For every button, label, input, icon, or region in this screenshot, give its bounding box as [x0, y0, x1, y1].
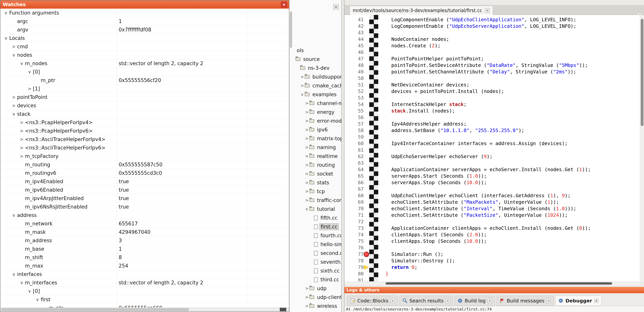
- code-text[interactable]: PointToPointHelper pointToPoint;: [386, 56, 484, 62]
- expander-closed-icon[interactable]: >: [10, 95, 17, 100]
- line-number[interactable]: 65: [344, 173, 364, 179]
- log-tab-code-blocks[interactable]: Code::Blocks×: [347, 296, 398, 306]
- code-line[interactable]: 49 pointToPoint.SetChannelAttribute ("De…: [344, 69, 640, 75]
- code-line[interactable]: 51 NetDeviceContainer devices;: [344, 82, 640, 88]
- tree-item[interactable]: >ipv6: [290, 125, 341, 134]
- watch-row[interactable]: m_shift8: [0, 253, 289, 262]
- expander-closed-icon[interactable]: >: [304, 189, 309, 194]
- code-text[interactable]: LogComponentEnable ("UdpEchoClientApplic…: [386, 16, 576, 23]
- expander-closed-icon[interactable]: >: [300, 83, 305, 88]
- close-icon[interactable]: ×: [390, 298, 395, 303]
- tree-item[interactable]: >udp: [290, 284, 341, 293]
- code-line[interactable]: 64 ApplicationContainer serverApps = ech…: [344, 166, 640, 173]
- watch-row[interactable]: m_base1: [0, 245, 289, 253]
- watch-row[interactable]: argc1: [0, 17, 289, 25]
- expander-closed-icon[interactable]: >: [18, 145, 25, 150]
- close-icon[interactable]: ×: [333, 4, 339, 9]
- code-text[interactable]: return 0;: [386, 264, 418, 271]
- code-text[interactable]: pointToPoint.SetChannelAttribute ("Delay…: [386, 69, 576, 75]
- watch-row[interactable]: ><ns3::PcapHelperForIpv6>: [0, 127, 289, 135]
- tree-item[interactable]: >energy: [290, 108, 341, 117]
- close-icon[interactable]: ×: [488, 298, 492, 303]
- code-line[interactable]: 52 devices = pointToPoint.Install (nodes…: [344, 88, 640, 95]
- line-number[interactable]: 48: [344, 62, 364, 69]
- expander-closed-icon[interactable]: >: [26, 86, 33, 91]
- code-text[interactable]: Ipv4InterfaceContainer interfaces = addr…: [386, 140, 568, 147]
- line-number[interactable]: 67: [344, 186, 364, 192]
- watch-row[interactable]: m_ipv6Enabledtrue: [0, 186, 289, 194]
- code-view[interactable]: 41 LogComponentEnable ("UdpEchoClientApp…: [344, 15, 640, 281]
- code-text[interactable]: nodes.Create (2);: [386, 42, 440, 49]
- line-number[interactable]: 77: [344, 251, 364, 258]
- code-line[interactable]: 79 return 0;: [344, 264, 640, 271]
- code-text[interactable]: NetDeviceContainer devices;: [386, 82, 470, 88]
- code-line[interactable]: 65 serverApps.Start (Seconds (1.0));: [344, 173, 640, 179]
- line-number[interactable]: 41: [344, 16, 364, 23]
- expander-open-icon[interactable]: ∨: [10, 52, 17, 57]
- expander-open-icon[interactable]: ∨: [300, 92, 305, 97]
- watch-row[interactable]: m_mask4294967040: [0, 228, 289, 236]
- expander-closed-icon[interactable]: >: [18, 137, 25, 142]
- expander-open-icon[interactable]: ∨: [18, 61, 25, 66]
- watch-row[interactable]: ∨[0]: [0, 68, 289, 76]
- editor-vscrollbar[interactable]: [640, 15, 644, 281]
- log-tab-search-results[interactable]: Search results×: [400, 296, 453, 306]
- expander-open-icon[interactable]: ∨: [18, 280, 25, 285]
- tree-vscrollbar[interactable]: [290, 11, 292, 48]
- watch-row[interactable]: m_ptr0x55555556cf20: [0, 76, 289, 85]
- code-line[interactable]: 46: [344, 49, 640, 56]
- code-text[interactable]: UdpEchoClientHelper echoClient (interfac…: [386, 192, 570, 199]
- expander-closed-icon[interactable]: >: [304, 101, 309, 106]
- watch-row[interactable]: ∨Locals: [0, 34, 289, 42]
- code-line[interactable]: 50: [344, 75, 640, 82]
- watch-row[interactable]: ><ns3::PcapHelperForIpv4>: [0, 118, 289, 127]
- code-text[interactable]: pointToPoint.SetDeviceAttribute ("DataRa…: [386, 62, 588, 69]
- code-line[interactable]: 81: [344, 277, 640, 281]
- log-tab-build-log[interactable]: Build log×: [454, 296, 495, 306]
- expander-closed-icon[interactable]: >: [18, 154, 25, 159]
- expander-closed-icon[interactable]: >: [304, 286, 309, 291]
- code-line[interactable]: 68 UdpEchoClientHelper echoClient (inter…: [344, 192, 640, 199]
- watch-row[interactable]: ∨Function arguments: [0, 9, 289, 17]
- line-number[interactable]: 69: [344, 199, 364, 205]
- line-number[interactable]: 73: [344, 225, 364, 232]
- code-line[interactable]: 41 LogComponentEnable ("UdpEchoClientApp…: [344, 16, 640, 23]
- expander-open-icon[interactable]: ∨: [34, 297, 41, 302]
- watch-row[interactable]: argv0x7fffffffdf08: [0, 25, 289, 34]
- watch-row[interactable]: m_ptr0x5555555ca660: [0, 304, 289, 308]
- line-number[interactable]: 57: [344, 121, 364, 127]
- code-line[interactable]: 48 pointToPoint.SetDeviceAttribute ("Dat…: [344, 62, 640, 69]
- code-text[interactable]: echoClient.SetAttribute ("Interval", Tim…: [386, 205, 576, 212]
- watch-row[interactable]: ∨stack: [0, 110, 289, 118]
- watch-row[interactable]: ><ns3::AsciiTraceHelperForIpv6>: [0, 144, 289, 152]
- line-number[interactable]: 64: [344, 166, 364, 173]
- line-number[interactable]: 45: [344, 42, 364, 49]
- expander-closed-icon[interactable]: >: [10, 44, 17, 49]
- scrollbar-handle[interactable]: [1, 308, 189, 311]
- watches-hscrollbar[interactable]: [0, 308, 289, 312]
- watch-row[interactable]: >[1]: [0, 85, 289, 93]
- line-number[interactable]: 58: [344, 127, 364, 134]
- code-line[interactable]: 47 PointToPointHelper pointToPoint;: [344, 56, 640, 62]
- line-number[interactable]: 49: [344, 69, 364, 75]
- expander-closed-icon[interactable]: >: [304, 128, 309, 132]
- watch-row[interactable]: >devices: [0, 101, 289, 110]
- line-number[interactable]: 76: [344, 245, 364, 251]
- expander-open-icon[interactable]: ∨: [26, 289, 33, 294]
- line-number[interactable]: 53: [344, 95, 364, 101]
- code-line[interactable]: 80}: [344, 271, 640, 277]
- watch-row[interactable]: ∨m_nodesstd::vector of length 2, capacit…: [0, 59, 289, 68]
- scrollbar-handle[interactable]: [641, 19, 644, 126]
- expander-closed-icon[interactable]: >: [304, 154, 309, 158]
- expander-closed-icon[interactable]: >: [304, 180, 309, 185]
- tree-item[interactable]: first.cc: [290, 222, 341, 231]
- log-tab-build-messages[interactable]: Build messages×: [496, 296, 554, 306]
- expander-closed-icon[interactable]: >: [304, 198, 309, 203]
- watch-row[interactable]: m_max254: [0, 262, 289, 270]
- line-number[interactable]: 80: [344, 271, 364, 277]
- code-line[interactable]: 74 clientApps.Start (Seconds (2.0));: [344, 232, 640, 238]
- tree-item[interactable]: >realtime: [290, 152, 341, 160]
- code-text[interactable]: devices = pointToPoint.Install (nodes);: [386, 88, 504, 95]
- code-line[interactable]: 61: [344, 147, 640, 153]
- code-line[interactable]: 55 stack.Install (nodes);: [344, 108, 640, 114]
